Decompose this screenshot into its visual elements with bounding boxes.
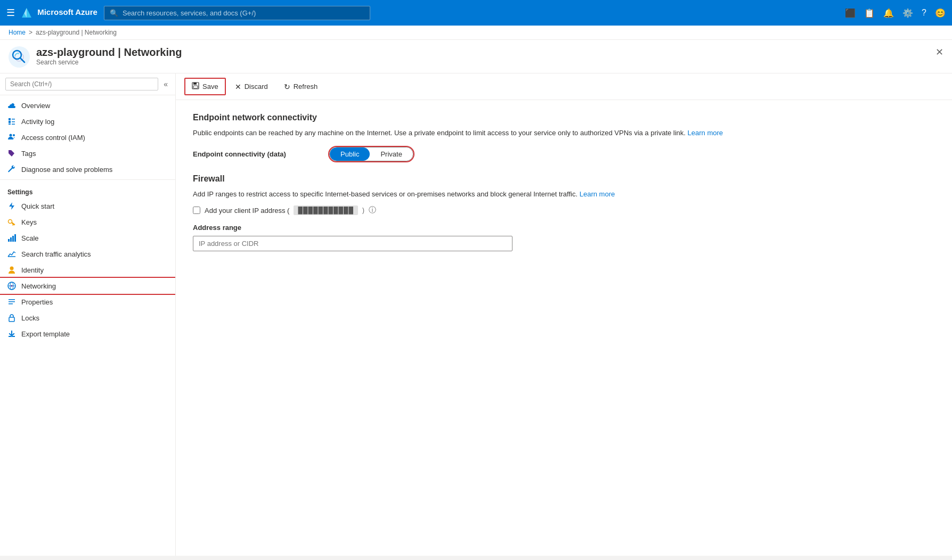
firewall-desc: Add IP ranges to restrict access to spec… — [193, 189, 935, 200]
people-icon — [7, 133, 16, 142]
scale-icon — [7, 234, 16, 242]
endpoint-private-button[interactable]: Private — [370, 147, 412, 161]
firewall-section-title: Firewall — [193, 174, 935, 184]
settings-section-label: Settings — [0, 182, 175, 198]
resource-subtitle: Search service — [36, 59, 182, 66]
sidebar-item-access-control[interactable]: Access control (IAM) — [0, 129, 175, 145]
identity-icon — [7, 266, 16, 274]
sidebar-item-diagnose[interactable]: Diagnose and solve problems — [0, 161, 175, 177]
endpoint-field-row: Endpoint connectivity (data) Public Priv… — [193, 147, 935, 161]
lightning-icon — [7, 202, 16, 210]
sidebar-item-tags[interactable]: Tags — [0, 145, 175, 161]
address-range-label: Address range — [193, 224, 935, 232]
endpoint-section-desc: Public endpoints can be reached by any m… — [193, 128, 935, 138]
discard-button[interactable]: ✕ Discard — [228, 79, 275, 95]
info-icon[interactable]: ⓘ — [369, 205, 376, 215]
terminal-icon[interactable]: ⬛ — [845, 8, 856, 18]
sidebar-item-quick-start[interactable]: Quick start — [0, 198, 175, 214]
sidebar-item-label: Overview — [21, 102, 50, 110]
sidebar-item-overview[interactable]: Overview — [0, 97, 175, 113]
sidebar-item-label: Activity log — [21, 118, 54, 126]
sidebar-item-identity[interactable]: Identity — [0, 262, 175, 278]
close-paren: ) — [362, 207, 364, 214]
resource-title-block: azs-playground | Networking Search servi… — [36, 46, 182, 66]
sidebar-nav: Overview Activity log Access control (IA… — [0, 95, 175, 344]
discard-label: Discard — [245, 83, 268, 90]
properties-icon — [7, 298, 16, 306]
endpoint-section-title: Endpoint network connectivity — [193, 113, 935, 122]
sidebar-item-label: Access control (IAM) — [21, 134, 85, 142]
sidebar-item-keys[interactable]: Keys — [0, 214, 175, 230]
endpoint-public-button[interactable]: Public — [330, 147, 370, 161]
settings-icon[interactable]: ⚙️ — [902, 8, 913, 18]
svg-point-19 — [10, 267, 14, 270]
bell-icon[interactable]: 🔔 — [883, 8, 894, 18]
sidebar: « Overview Activity log — [0, 73, 176, 556]
address-range-input[interactable] — [193, 236, 512, 251]
sidebar-item-label: Diagnose and solve problems — [21, 166, 112, 174]
chart-icon — [7, 250, 16, 258]
svg-rect-30 — [193, 86, 198, 88]
sidebar-item-scale[interactable]: Scale — [0, 230, 175, 246]
sidebar-item-locks[interactable]: Locks — [0, 310, 175, 326]
sidebar-item-label: Identity — [21, 266, 44, 274]
network-icon — [7, 282, 16, 290]
svg-rect-4 — [9, 118, 11, 120]
sidebar-item-label: Properties — [21, 298, 53, 306]
feedback-icon[interactable]: 📋 — [864, 8, 875, 18]
sidebar-item-label: Search traffic analytics — [21, 250, 91, 258]
svg-point-12 — [10, 152, 11, 153]
endpoint-field-label: Endpoint connectivity (data) — [193, 150, 321, 158]
svg-point-11 — [13, 134, 15, 136]
endpoint-learn-more-link[interactable]: Learn more — [688, 129, 723, 137]
help-icon[interactable]: ? — [922, 8, 926, 18]
breadcrumb: Home > azs-playground | Networking — [0, 26, 952, 40]
endpoint-toggle-group: Public Private — [329, 147, 413, 161]
hamburger-menu[interactable]: ☰ — [6, 7, 15, 19]
client-ip-badge: ███████████ — [294, 205, 358, 215]
account-icon[interactable]: 😊 — [935, 8, 946, 18]
main-layout: « Overview Activity log — [0, 73, 952, 556]
sidebar-item-label: Export template — [21, 330, 70, 338]
svg-rect-29 — [193, 83, 197, 85]
refresh-button[interactable]: ↻ Refresh — [277, 79, 325, 95]
page-content: Endpoint network connectivity Public end… — [176, 100, 952, 556]
brand-logo: Microsoft Azure — [21, 7, 97, 18]
sidebar-item-networking[interactable]: Networking — [0, 278, 175, 294]
client-ip-checkbox[interactable] — [193, 207, 200, 214]
tag-icon — [7, 149, 16, 158]
save-label: Save — [202, 83, 218, 90]
breadcrumb-home[interactable]: Home — [9, 29, 26, 36]
sidebar-item-activity-log[interactable]: Activity log — [0, 113, 175, 129]
firewall-learn-more-link[interactable]: Learn more — [580, 190, 615, 198]
svg-point-13 — [9, 220, 12, 224]
save-icon — [192, 82, 199, 91]
svg-rect-14 — [8, 239, 10, 242]
toolbar: Save ✕ Discard ↻ Refresh — [176, 73, 952, 100]
sidebar-collapse-button[interactable]: « — [161, 78, 170, 90]
discard-icon: ✕ — [235, 83, 241, 91]
topbar-icons: ⬛ 📋 🔔 ⚙️ ? 😊 — [845, 8, 946, 18]
list-icon — [7, 117, 16, 126]
lock-icon — [7, 314, 16, 322]
sidebar-item-export-template[interactable]: Export template — [0, 326, 175, 342]
svg-rect-17 — [14, 234, 16, 242]
sidebar-item-label: Networking — [21, 282, 56, 290]
global-search-bar[interactable]: 🔍 — [104, 6, 370, 20]
firewall-desc-text: Add IP ranges to restrict access to spec… — [193, 190, 577, 198]
sidebar-item-search-analytics[interactable]: Search traffic analytics — [0, 246, 175, 262]
sidebar-search-bar: « — [0, 73, 175, 95]
save-button[interactable]: Save — [184, 78, 226, 95]
sidebar-item-properties[interactable]: Properties — [0, 294, 175, 310]
address-range-section: Address range — [193, 224, 935, 251]
sidebar-item-label: Keys — [21, 218, 37, 226]
svg-rect-24 — [9, 299, 15, 300]
svg-rect-16 — [12, 236, 14, 242]
svg-rect-27 — [9, 317, 14, 322]
breadcrumb-current: azs-playground | Networking — [36, 29, 117, 36]
close-button[interactable]: ✕ — [935, 46, 943, 58]
svg-point-10 — [10, 134, 12, 137]
resource-title: azs-playground | Networking — [36, 46, 182, 59]
global-search-input[interactable] — [123, 9, 364, 17]
sidebar-search-input[interactable] — [5, 78, 158, 90]
